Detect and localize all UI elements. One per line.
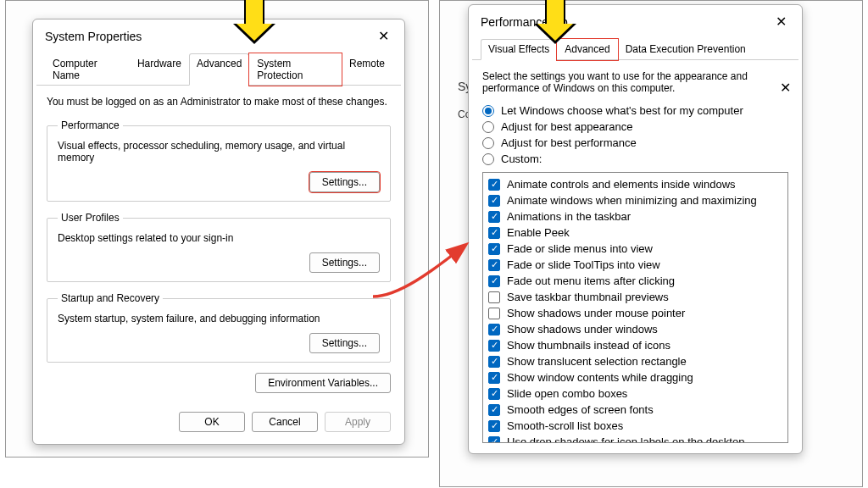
checkbox-icon: [488, 420, 500, 432]
check-option[interactable]: Slide open combo boxes: [488, 385, 782, 402]
checkbox-icon: [488, 275, 500, 287]
tabstrip: Visual EffectsAdvancedData Execution Pre…: [472, 38, 798, 60]
check-label: Fade or slide menus into view: [507, 242, 653, 255]
check-label: Smooth-scroll list boxes: [507, 419, 623, 432]
tab-hardware[interactable]: Hardware: [130, 53, 189, 86]
check-option[interactable]: Smooth edges of screen fonts: [488, 402, 782, 418]
group-legend: Startup and Recovery: [58, 292, 163, 304]
checkbox-icon: [488, 436, 500, 444]
check-label: Show shadows under mouse pointer: [507, 307, 685, 319]
checkbox-icon: [488, 179, 500, 191]
visual-effects-checklist: Animate controls and elements inside win…: [482, 172, 788, 443]
tab-computer-name[interactable]: Computer Name: [45, 53, 130, 86]
close-icon[interactable]: ✕: [375, 28, 392, 44]
check-option[interactable]: Fade out menu items after clicking: [488, 273, 782, 289]
check-option[interactable]: Animate windows when minimizing and maxi…: [488, 192, 782, 208]
check-option[interactable]: Enable Peek: [488, 225, 782, 241]
radio-icon: [482, 105, 494, 117]
radio-option[interactable]: Adjust for best appearance: [482, 119, 788, 135]
radio-icon: [482, 153, 494, 165]
checkbox-icon: [488, 227, 500, 239]
back-dialog-close-icon[interactable]: ✕: [780, 80, 791, 96]
annotation-arrow-left: [233, 0, 275, 47]
group-description: Visual effects, processor scheduling, me…: [58, 136, 380, 172]
close-icon[interactable]: ✕: [772, 14, 790, 30]
checkbox-icon: [488, 340, 500, 352]
checkbox-icon: [488, 388, 500, 400]
check-label: Animate windows when minimizing and maxi…: [507, 194, 757, 207]
check-label: Smooth edges of screen fonts: [507, 403, 654, 416]
radio-option[interactable]: Adjust for best performance: [482, 135, 788, 151]
apply-button[interactable]: Apply: [325, 412, 391, 432]
check-option[interactable]: Fade or slide ToolTips into view: [488, 257, 782, 273]
check-option[interactable]: Fade or slide menus into view: [488, 241, 782, 257]
tab-system-protection[interactable]: System Protection: [249, 53, 342, 86]
check-option[interactable]: Smooth-scroll list boxes: [488, 418, 782, 434]
check-option[interactable]: Show thumbnails instead of icons: [488, 337, 782, 353]
performance-options-dialog: Performance Op ✕ Visual EffectsAdvancedD…: [468, 4, 803, 454]
check-option[interactable]: Show window contents while dragging: [488, 369, 782, 385]
admin-note: You must be logged on as an Administrato…: [47, 92, 391, 116]
checkbox-icon: [488, 211, 500, 223]
intro-text: Select the settings you want to use for …: [482, 67, 788, 103]
checkbox-icon: [488, 259, 500, 271]
settings-button[interactable]: Settings...: [309, 333, 380, 353]
group-legend: Performance: [58, 119, 123, 131]
check-label: Fade or slide ToolTips into view: [507, 258, 660, 271]
checkbox-icon: [488, 372, 500, 384]
check-option[interactable]: Use drop shadows for icon labels on the …: [488, 434, 782, 443]
checkbox-icon: [488, 308, 500, 319]
checkbox-icon: [488, 324, 500, 336]
tab-remote[interactable]: Remote: [342, 53, 392, 86]
check-option[interactable]: Show translucent selection rectangle: [488, 353, 782, 369]
group-legend: User Profiles: [58, 212, 123, 224]
annotation-arrow-right: [534, 0, 576, 47]
group-startup-and-recovery: Startup and RecoverySystem startup, syst…: [47, 292, 391, 363]
check-option[interactable]: Show shadows under windows: [488, 321, 782, 337]
radio-icon: [482, 137, 494, 149]
check-label: Use drop shadows for icon labels on the …: [507, 435, 744, 443]
group-description: Desktop settings related to your sign-in: [58, 229, 380, 252]
check-option[interactable]: Save taskbar thumbnail previews: [488, 289, 782, 305]
checkbox-icon: [488, 356, 500, 368]
radio-label: Let Windows choose what's best for my co…: [501, 104, 743, 117]
radio-label: Adjust for best performance: [501, 136, 637, 149]
check-option[interactable]: Animations in the taskbar: [488, 208, 782, 225]
ok-button[interactable]: OK: [179, 412, 245, 432]
environment-variables-button[interactable]: Environment Variables...: [255, 373, 391, 393]
tabstrip: Computer NameHardwareAdvancedSystem Prot…: [36, 53, 401, 86]
group-performance: PerformanceVisual effects, processor sch…: [47, 119, 391, 202]
group-user-profiles: User ProfilesDesktop settings related to…: [47, 212, 391, 282]
radio-label: Adjust for best appearance: [501, 120, 632, 133]
group-description: System startup, system failure, and debu…: [58, 309, 380, 333]
check-label: Slide open combo boxes: [507, 387, 627, 400]
radio-label: Custom:: [501, 152, 542, 165]
check-label: Enable Peek: [507, 226, 570, 239]
radio-icon: [482, 121, 494, 133]
check-label: Fade out menu items after clicking: [507, 274, 675, 287]
check-label: Animate controls and elements inside win…: [507, 178, 736, 191]
tab-advanced[interactable]: Advanced: [189, 53, 249, 86]
tab-data-execution-prevention[interactable]: Data Execution Prevention: [618, 39, 754, 60]
checkbox-icon: [488, 195, 500, 207]
check-label: Show translucent selection rectangle: [507, 355, 687, 368]
check-label: Show window contents while dragging: [507, 371, 693, 384]
check-label: Show thumbnails instead of icons: [507, 339, 670, 352]
checkbox-icon: [488, 243, 500, 255]
check-label: Save taskbar thumbnail previews: [507, 291, 669, 303]
radio-option[interactable]: Custom:: [482, 151, 788, 167]
check-label: Show shadows under windows: [507, 323, 658, 336]
check-option[interactable]: Show shadows under mouse pointer: [488, 305, 782, 321]
system-properties-dialog: System Properties ✕ Computer NameHardwar…: [32, 19, 405, 445]
checkbox-icon: [488, 404, 500, 416]
radio-option[interactable]: Let Windows choose what's best for my co…: [482, 103, 788, 119]
checkbox-icon: [488, 291, 500, 303]
settings-button[interactable]: Settings...: [309, 252, 380, 273]
cancel-button[interactable]: Cancel: [252, 412, 318, 432]
check-label: Animations in the taskbar: [507, 210, 631, 223]
dialog-title: System Properties: [45, 30, 142, 43]
settings-button[interactable]: Settings...: [309, 172, 380, 192]
check-option[interactable]: Animate controls and elements inside win…: [488, 176, 782, 192]
